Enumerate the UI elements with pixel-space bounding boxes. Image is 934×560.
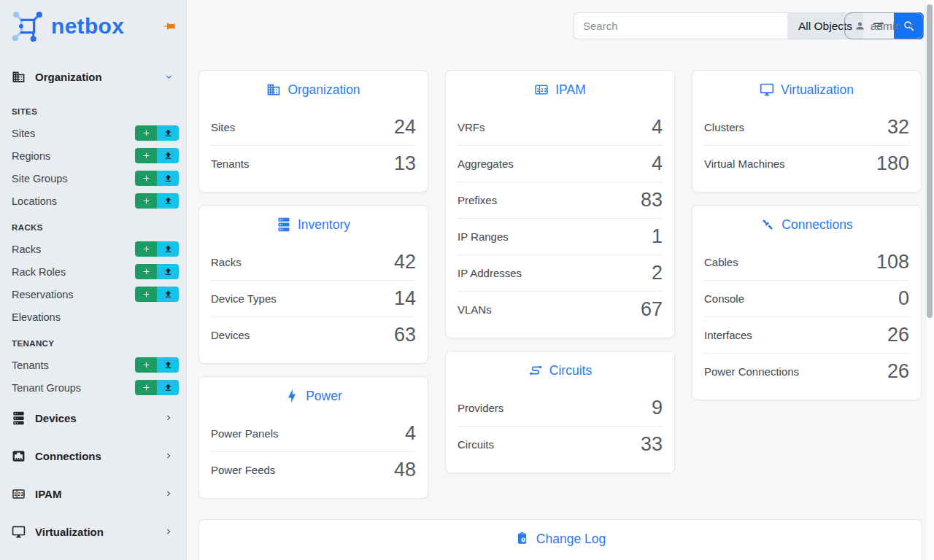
stat-row[interactable]: Prefixes83 [458,182,663,218]
card-organization: Organization Sites24 Tenants13 [198,70,428,192]
stat-label[interactable]: Prefixes [458,194,497,206]
import-button[interactable] [157,264,179,279]
stat-value: 108 [876,251,909,273]
stat-row[interactable]: Devices63 [211,316,416,353]
stat-row[interactable]: Sites24 [211,109,416,145]
card-title: Circuits [446,351,674,389]
chevron-down-icon [163,71,174,82]
import-button[interactable] [157,380,179,395]
netbox-wordmark[interactable]: netbox [51,14,124,39]
sidebar-section-connections[interactable]: Connections [0,443,186,469]
cable-icon [760,217,775,232]
stat-value: 24 [394,116,416,139]
import-button[interactable] [157,287,179,302]
svg-text:3: 3 [20,491,23,497]
sidebar-item-tenants: Tenants [0,354,186,376]
add-button[interactable] [135,241,157,257]
stat-row[interactable]: VRFs4 [458,109,663,145]
counter-icon: 123 [12,487,26,501]
clipboard-clock-icon [515,532,530,546]
stat-label[interactable]: Racks [211,256,242,268]
building-icon [12,70,26,84]
card-title: Organization [199,71,428,109]
stat-row[interactable]: Providers9 [458,389,663,426]
stat-label[interactable]: Power Feeds [211,464,275,476]
stat-label[interactable]: IP Ranges [458,230,509,243]
sidebar-section-devices[interactable]: Devices [0,405,186,431]
stat-row[interactable]: Interfaces26 [704,316,909,353]
search-input[interactable] [574,12,787,39]
add-button[interactable] [135,264,157,279]
card-inventory: Inventory Racks42 Device Types14 Devices… [198,205,428,364]
stat-label[interactable]: Clusters [704,121,744,133]
stat-row[interactable]: Aggregates4 [458,145,663,182]
stat-label[interactable]: Cables [704,256,738,268]
add-button[interactable] [135,380,157,395]
stat-row[interactable]: Device Types14 [211,280,416,316]
stat-label[interactable]: VRFs [458,121,485,133]
sidebar-section-ipam[interactable]: 123 IPAM [0,481,186,507]
stat-value: 48 [394,459,416,481]
stat-label[interactable]: Sites [211,121,235,133]
stat-value: 32 [887,116,909,139]
stat-row[interactable]: Power Feeds48 [211,451,416,488]
stat-label[interactable]: Aggregates [458,158,514,170]
stat-row[interactable]: Virtual Machines180 [704,145,909,182]
sidebar-item-racks: Racks [0,238,186,260]
stat-label[interactable]: Tenants [211,158,250,170]
stat-label[interactable]: Power Connections [704,365,799,378]
stat-value: 14 [394,287,416,310]
sidebar-item-tenant-groups: Tenant Groups [0,376,186,399]
sidebar-section-virtualization[interactable]: Virtualization [0,518,186,545]
import-button[interactable] [157,125,179,141]
stat-label[interactable]: Power Panels [211,427,279,440]
stat-value: 67 [641,298,663,321]
add-button[interactable] [135,148,157,163]
stat-row[interactable]: IP Ranges1 [458,218,663,254]
netbox-logo-icon[interactable] [10,9,45,44]
import-button[interactable] [157,148,179,163]
stat-row[interactable]: VLANs67 [458,291,663,327]
stat-row[interactable]: Circuits33 [458,426,663,462]
stat-label[interactable]: Console [704,292,744,305]
server-icon [277,217,291,232]
card-power: Power Power Panels4 Power Feeds48 [198,376,428,499]
import-button[interactable] [157,193,179,209]
stat-label[interactable]: Virtual Machines [704,158,785,170]
add-button[interactable] [135,171,157,186]
pin-icon[interactable] [163,20,176,33]
stat-row[interactable]: Tenants13 [211,145,416,182]
stat-row[interactable]: Power Panels4 [211,415,416,451]
stat-row[interactable]: Racks42 [211,244,416,280]
add-button[interactable] [135,287,157,302]
sidebar-group-tenancy: TENANCY [12,339,174,348]
sidebar-section-organization[interactable]: Organization [0,63,186,90]
import-button[interactable] [157,171,179,186]
stat-label[interactable]: Interfaces [704,329,752,341]
stat-row[interactable]: Power Connections26 [704,353,909,389]
svg-text:1: 1 [14,491,17,497]
stat-label[interactable]: Providers [458,402,503,414]
stat-label[interactable]: VLANs [458,303,492,316]
add-button[interactable] [135,193,157,209]
stat-value: 0 [898,287,909,310]
stat-row[interactable]: Cables108 [704,244,909,280]
scrollbar-thumb[interactable] [927,4,933,318]
stat-row[interactable]: Clusters32 [704,109,909,145]
stat-label[interactable]: Devices [211,329,250,341]
stat-label[interactable]: Circuits [458,438,494,451]
stat-value: 63 [394,324,416,346]
import-button[interactable] [157,357,179,373]
add-button[interactable] [135,125,157,141]
stat-value: 4 [405,422,416,445]
stat-row[interactable]: Console0 [704,280,909,316]
monitor-icon [760,82,774,97]
stat-label[interactable]: Device Types [211,292,277,305]
sidebar-item-reservations: Reservations [0,283,186,306]
add-button[interactable] [135,357,157,373]
sidebar-group-sites: SITES [12,107,174,116]
import-button[interactable] [157,241,179,257]
user-menu-button[interactable]: admin [844,12,924,39]
stat-row[interactable]: IP Addresses2 [458,254,663,291]
stat-label[interactable]: IP Addresses [458,267,522,279]
